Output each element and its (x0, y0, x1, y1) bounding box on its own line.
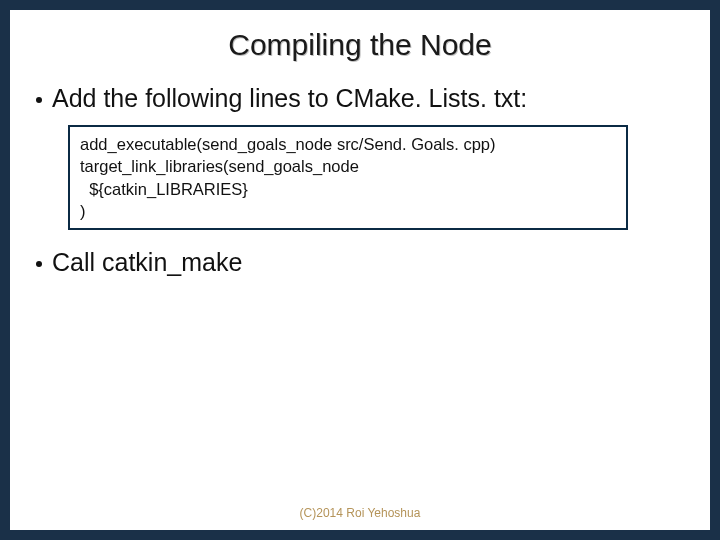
footer-copyright: (C)2014 Roi Yehoshua (10, 506, 710, 520)
bullet-dot-icon (36, 261, 42, 267)
bullet-text-2: Call catkin_make (52, 248, 242, 277)
page-title: Compiling the Node (34, 28, 686, 62)
bullet-text-1: Add the following lines to CMake. Lists.… (52, 84, 527, 113)
code-line-1: add_executable(send_goals_node src/Send.… (80, 133, 616, 155)
bullet-item-2: Call catkin_make (34, 248, 686, 277)
code-line-3: ${catkin_LIBRARIES} (80, 178, 616, 200)
bullet-dot-icon (36, 97, 42, 103)
code-block: add_executable(send_goals_node src/Send.… (68, 125, 628, 230)
code-line-4: ) (80, 200, 616, 222)
bullet-item-1: Add the following lines to CMake. Lists.… (34, 84, 686, 113)
slide: Compiling the Node Add the following lin… (10, 10, 710, 530)
code-line-2: target_link_libraries(send_goals_node (80, 155, 616, 177)
